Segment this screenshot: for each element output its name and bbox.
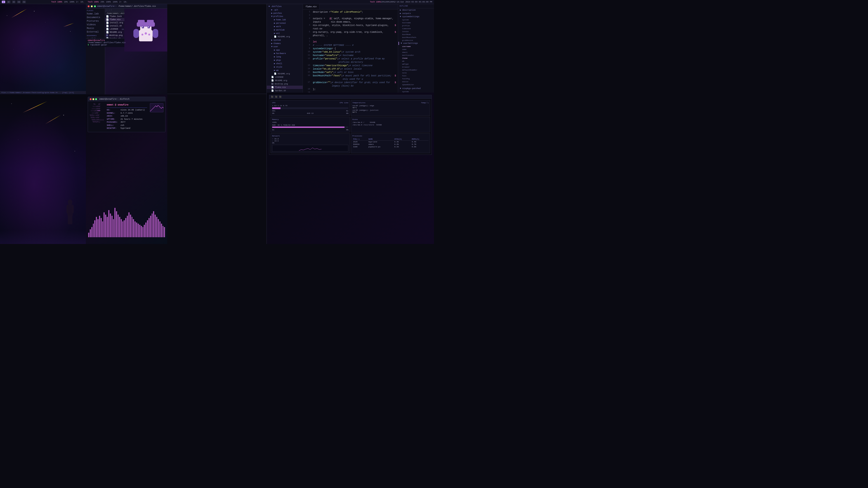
star-bl-3 — [63, 115, 64, 116]
tree-desktop[interactable]: 🖼 desktop.png — [267, 82, 303, 86]
fm-path-bar[interactable]: /home/emmet/.dotfiles — [105, 12, 124, 15]
tree-wsl[interactable]: ▶ wsl — [267, 32, 303, 35]
outline-wm[interactable]: wm — [398, 60, 434, 63]
outline-section-desc[interactable]: ▶ description — [398, 8, 434, 12]
outline-timezone[interactable]: timezone — [398, 27, 434, 30]
workspace-tag-3[interactable]: 3 — [12, 1, 16, 3]
close-btn[interactable] — [88, 5, 90, 7]
tree-dotfiles-root[interactable]: ▼ .dotfiles — [267, 5, 303, 8]
viz-bar-41 — [152, 214, 153, 237]
file-icon-4: 📄 — [106, 25, 109, 27]
outline-defaultRoamDir[interactable]: defaultRoamDir — [398, 68, 434, 71]
outline-browser[interactable]: browser — [398, 66, 434, 68]
outline-wmType[interactable]: wmType — [398, 63, 434, 66]
sysmon-titlebar: ⬛ ⬛ ⬛ — [269, 95, 432, 99]
viz-bar-24 — [125, 218, 126, 237]
temp-section-title: Temperatures — [352, 102, 366, 104]
outline-hostname[interactable]: hostname — [398, 21, 434, 24]
tree-readme-root[interactable]: 📄 README.org — [267, 79, 303, 82]
tree-pkgs[interactable]: ▶ pkgs — [267, 59, 303, 62]
folder-icon-9: ▶ — [274, 32, 275, 35]
folder-icon-3: ▶ — [271, 12, 272, 14]
tree-work[interactable]: ▶ work — [267, 25, 303, 28]
tree-git[interactable]: ▶ .git — [267, 8, 303, 11]
tree-lang[interactable]: ▶ lang — [267, 55, 303, 59]
tree-app[interactable]: ▶ app — [267, 48, 303, 52]
outline-email[interactable]: email — [398, 51, 434, 54]
tree-license[interactable]: 📄 LICENSE — [267, 75, 303, 79]
fm-filesize-5: 34.2 K — [119, 28, 124, 30]
fm-row-installsh[interactable]: 📄 install.sh — [105, 24, 124, 28]
outline-username[interactable]: username — [398, 45, 434, 48]
outline-name[interactable]: name — [398, 48, 434, 51]
fm-toolbar-nav[interactable]: ← → ↑ — [106, 9, 112, 11]
workspace-tag-2[interactable]: 2 — [7, 1, 10, 3]
code-line-6: 6 — [303, 37, 398, 40]
fm-row-license[interactable]: 📄 LICENSE 34.2 K — [105, 28, 124, 31]
outline-section-nixpkgspatched[interactable]: ▼ nixpkgs-patched — [398, 87, 434, 90]
svg-point-14 — [68, 199, 72, 205]
fm-prompt-path: /home/emmet/.dotfiles/flake.nix — [88, 41, 125, 44]
fm-item-homelab[interactable]: home.lab — [86, 12, 105, 15]
outline-theme[interactable]: theme — [398, 57, 434, 60]
editor-tab-flakenix[interactable]: flake.nix — [303, 4, 320, 9]
outline-dotfilesDir[interactable]: dotfilesDir — [398, 54, 434, 57]
fm-item-external[interactable]: External — [86, 30, 105, 34]
outline-system[interactable]: system — [398, 18, 434, 21]
tree-worklab[interactable]: ▶ worklab — [267, 28, 303, 32]
outline-section-userSettings[interactable]: ▼ userSettings — [399, 42, 434, 45]
fm-item-videos[interactable]: Videos — [86, 23, 105, 26]
outline-section-outputs[interactable]: ▶ outputs — [398, 12, 434, 15]
outline-section-systemSettings[interactable]: ▼ systemSettings — [398, 15, 434, 18]
outline-grubDevice[interactable]: grubDevice — [398, 39, 434, 42]
outline-spawnEditor[interactable]: spawnEditor — [398, 83, 434, 86]
minimize-btn[interactable] — [91, 5, 93, 7]
neofetch-max-btn[interactable] — [95, 98, 97, 100]
outline-bootMountPath[interactable]: bootMountPath — [398, 36, 434, 39]
outline-fontPkg[interactable]: fontPkg — [398, 77, 434, 80]
viz-bar-5 — [96, 217, 97, 237]
tree-wm[interactable]: ▶ wm — [267, 69, 303, 72]
fm-item-pictures[interactable]: Pictures — [86, 19, 105, 23]
tree-homelab[interactable]: ▶ home.lab — [267, 18, 303, 22]
tree-flakenix[interactable]: 📄 flake.nix — [267, 86, 303, 89]
tree-themes[interactable]: ▶ themes — [267, 42, 303, 45]
viz-bar-47 — [161, 224, 162, 237]
tree-readme-user[interactable]: 📄 README.org — [267, 72, 303, 75]
temp-val-2: 58°C — [352, 111, 429, 113]
tree-user[interactable]: ▼ user — [267, 45, 303, 48]
nf-arch-val: x86_64 — [121, 115, 128, 118]
tree-style[interactable]: ▶ style — [267, 65, 303, 69]
tree-hardware[interactable]: ▶ hardware — [267, 52, 303, 55]
fm-row-installorg[interactable]: 📄 install.org — [105, 21, 124, 24]
svg-rect-3 — [138, 20, 145, 24]
fm-row-flakenix[interactable]: 📄 flake.nix 2.26 K — [105, 18, 124, 21]
workspace-tag-1[interactable]: 1 — [2, 1, 5, 3]
tree-shell[interactable]: ▶ shell — [267, 62, 303, 65]
outline-term[interactable]: term — [398, 71, 434, 74]
tree-personal[interactable]: ▶ personal — [267, 22, 303, 25]
fm-row-readme[interactable]: 📄 README.org — [105, 31, 124, 34]
fm-item-documents[interactable]: Documents — [86, 15, 105, 19]
outline-profile[interactable]: profile — [398, 24, 434, 27]
fm-row-desktop[interactable]: 🖼 desktop.png — [105, 34, 124, 37]
fm-item-music[interactable]: Music — [86, 26, 105, 30]
fm-row-flakelock[interactable]: 📄 flake.lock 27.5 K — [105, 15, 124, 18]
maximize-btn[interactable] — [94, 5, 96, 7]
tree-system[interactable]: ▶ system — [267, 38, 303, 42]
tree-patches[interactable]: ▶ patches — [267, 11, 303, 15]
tree-profiles[interactable]: ▼ profiles — [267, 15, 303, 18]
nf-pkgs-val: 3577 — [121, 121, 125, 124]
outline-editor[interactable]: editor — [398, 80, 434, 83]
neofetch-close-btn[interactable] — [90, 98, 92, 100]
proc-col-cpu: CPU%(%) — [394, 138, 411, 140]
tree-hardensh[interactable]: 📄 harden.sh — [267, 89, 303, 92]
workspace-tag-5[interactable]: 5 — [22, 1, 26, 3]
proc-cpu-3: 0.1% — [394, 145, 411, 148]
neofetch-min-btn[interactable] — [92, 98, 94, 100]
tree-readme-profiles[interactable]: 📄 README.org — [267, 35, 303, 38]
workspace-tag-4[interactable]: 4 — [17, 1, 21, 3]
outline-bootMode[interactable]: bootMode — [398, 33, 434, 36]
outline-font[interactable]: font — [398, 74, 434, 77]
outline-locale[interactable]: locale — [398, 30, 434, 33]
